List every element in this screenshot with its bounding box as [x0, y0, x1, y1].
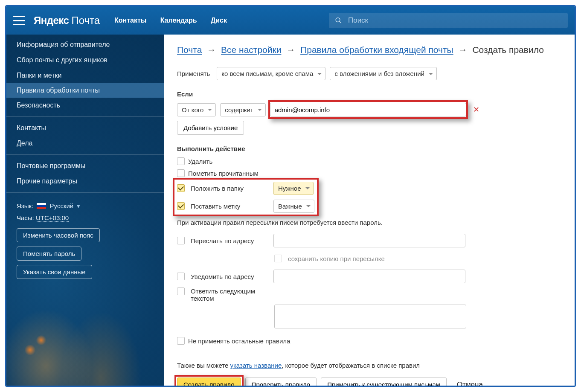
- crumb-current: Создать правило: [472, 45, 543, 55]
- set-name-link[interactable]: указать название: [230, 362, 282, 369]
- cond-operator-select[interactable]: содержит: [220, 103, 265, 116]
- notify-checkbox[interactable]: [177, 273, 185, 280]
- sidebar-item-collect-mail[interactable]: Сбор почты с других ящиков: [6, 52, 164, 68]
- conditions-heading: Если: [177, 90, 559, 98]
- remove-condition-icon[interactable]: ✕: [473, 105, 479, 114]
- lang-label: Язык:: [17, 202, 33, 209]
- breadcrumb: Почта → Все настройки → Правила обработк…: [177, 45, 559, 55]
- set-personal-data-button[interactable]: Указать свои данные: [17, 265, 92, 279]
- forward-label: Переслать по адресу: [191, 237, 267, 244]
- sidebar-item-mail-programs[interactable]: Почтовые программы: [6, 158, 164, 174]
- attachments-select[interactable]: с вложениями и без вложений: [330, 67, 437, 80]
- sidebar-item-mail-rules[interactable]: Правила обработки почты: [6, 83, 164, 98]
- stop-rules-checkbox[interactable]: [177, 337, 185, 345]
- cond-field-select[interactable]: От кого: [177, 103, 216, 116]
- brand-mail: Почта: [71, 15, 100, 26]
- chevron-down-icon: [317, 73, 322, 77]
- sidebar-item-sender-info[interactable]: Информация об отправителе: [6, 37, 164, 52]
- search-box[interactable]: [329, 13, 568, 28]
- chevron-down-icon: ▾: [77, 202, 80, 209]
- settings-sidebar: Информация об отправителе Сбор почты с д…: [6, 35, 164, 386]
- stop-rules-label: Не применять остальные правила: [188, 337, 290, 345]
- reply-label: Ответить следующим текстом: [191, 287, 267, 302]
- forward-note: При активации правил пересылки писем пот…: [177, 219, 559, 226]
- main-content: Почта → Все настройки → Правила обработк…: [164, 35, 575, 386]
- clock-label: Часы:: [17, 214, 34, 221]
- chevron-down-icon: [208, 109, 212, 113]
- sidebar-item-other-params[interactable]: Прочие параметры: [6, 174, 164, 189]
- also-pre: Также вы можете: [177, 362, 230, 369]
- folder-select[interactable]: Нужное: [273, 182, 314, 195]
- delete-label: Удалить: [188, 158, 212, 165]
- actions-heading: Выполнить действие: [177, 145, 559, 152]
- divider: [6, 116, 164, 117]
- sidebar-item-tasks[interactable]: Дела: [6, 136, 164, 151]
- language-row[interactable]: Язык: Русский ▾: [6, 196, 164, 212]
- nav-contacts[interactable]: Контакты: [114, 17, 146, 24]
- set-label-checkbox[interactable]: [177, 202, 185, 210]
- svg-point-0: [336, 18, 340, 22]
- flag-ru-icon: [37, 203, 46, 209]
- mark-read-checkbox[interactable]: [177, 169, 185, 177]
- nav-calendar[interactable]: Календарь: [160, 17, 197, 24]
- reply-text-input[interactable]: [274, 305, 466, 328]
- keep-copy-checkbox[interactable]: [274, 255, 282, 262]
- notify-label: Уведомить по адресу: [191, 273, 267, 280]
- check-rule-button[interactable]: Проверить правило: [245, 377, 317, 386]
- brand-logo[interactable]: Яндекс Почта: [34, 15, 100, 26]
- chevron-down-icon: [305, 187, 310, 192]
- divider: [6, 154, 164, 155]
- add-condition-button[interactable]: Добавить условие: [177, 121, 244, 135]
- nav-disk[interactable]: Диск: [211, 17, 227, 24]
- clock-row[interactable]: Часы: UTC+03:00: [6, 212, 164, 228]
- notify-address-input[interactable]: [273, 270, 465, 283]
- chevron-down-icon: [306, 205, 311, 209]
- delete-checkbox[interactable]: [177, 157, 185, 165]
- crumb-all-settings[interactable]: Все настройки: [221, 45, 281, 55]
- top-nav: Контакты Календарь Диск: [114, 17, 239, 24]
- forward-checkbox[interactable]: [177, 237, 185, 244]
- put-folder-label: Положить в папку: [191, 185, 267, 192]
- clock-value: UTC+03:00: [36, 214, 69, 222]
- change-password-button[interactable]: Поменять пароль: [17, 247, 81, 261]
- change-timezone-button[interactable]: Изменить часовой пояс: [17, 228, 100, 242]
- set-label-label: Поставить метку: [191, 203, 267, 210]
- apply-label: Применять: [177, 70, 210, 77]
- sidebar-item-contacts[interactable]: Контакты: [6, 120, 164, 136]
- forward-address-input[interactable]: [273, 234, 465, 247]
- lang-value: Русский: [50, 202, 74, 209]
- brand-yandex: Яндекс: [34, 15, 69, 26]
- also-post: , которое будет отображаться в списке пр…: [282, 362, 420, 369]
- crumb-rules[interactable]: Правила обработки входящей почты: [300, 45, 453, 55]
- chevron-down-icon: [429, 73, 433, 77]
- keep-copy-label: сохранить копию при пересылке: [288, 255, 385, 262]
- search-icon: [335, 17, 342, 24]
- divider: [6, 192, 164, 193]
- sidebar-item-security[interactable]: Безопасность: [6, 98, 164, 113]
- svg-line-1: [340, 21, 341, 23]
- chevron-down-icon: [258, 109, 262, 113]
- search-input[interactable]: [348, 16, 562, 25]
- apply-to-select[interactable]: ко всем письмам, кроме спама: [217, 67, 325, 80]
- menu-icon[interactable]: [13, 16, 25, 25]
- put-folder-checkbox[interactable]: [177, 184, 185, 192]
- label-select[interactable]: Важные: [273, 200, 314, 213]
- reply-checkbox[interactable]: [177, 287, 185, 295]
- mark-read-label: Пометить прочитанным: [188, 170, 259, 177]
- app-header: Яндекс Почта Контакты Календарь Диск: [6, 6, 575, 35]
- apply-existing-button[interactable]: Применить к существующим письмам: [321, 377, 447, 386]
- cond-value-input[interactable]: [270, 103, 466, 116]
- cancel-link[interactable]: Отмена: [457, 380, 483, 386]
- create-rule-button[interactable]: Создать правило: [177, 377, 241, 386]
- sidebar-item-folders-labels[interactable]: Папки и метки: [6, 68, 164, 83]
- crumb-mail[interactable]: Почта: [177, 45, 202, 55]
